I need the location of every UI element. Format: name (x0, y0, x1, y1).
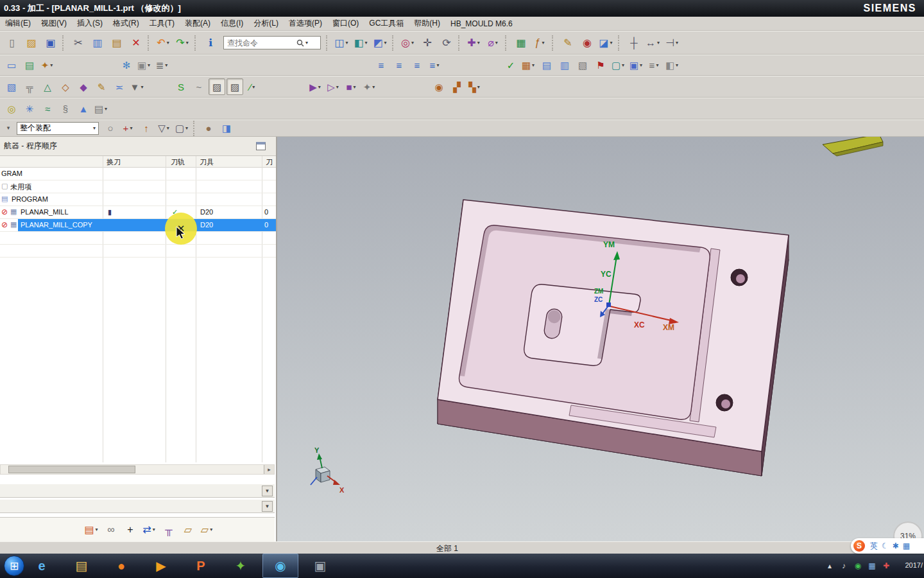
record-macro-icon[interactable]: ◉ (578, 34, 596, 52)
taskbar-firefox-icon[interactable]: ● (103, 554, 139, 578)
menu-preferences[interactable]: 首选项(P) (284, 17, 327, 30)
list-toolpath-icon[interactable]: ▤ (538, 57, 555, 74)
expand-all-icon[interactable]: + (121, 521, 139, 539)
menu-window[interactable]: 窗口(O) (327, 17, 364, 30)
workpiece-display-icon[interactable]: ▱▾ (198, 521, 216, 539)
replay-path-icon[interactable]: ▶▾ (307, 78, 324, 95)
tool-library-icon[interactable]: ≡▾ (646, 57, 663, 74)
boundary-hatch-icon[interactable]: ▨ (209, 78, 225, 95)
machine-tool-view-icon[interactable]: ≡ (391, 57, 407, 74)
tree-row-program[interactable]: ▤ PROGRAM (0, 193, 276, 206)
create-tool-icon[interactable]: ╦ (21, 78, 38, 95)
tool-column-icon[interactable]: ╥ (160, 521, 178, 539)
delete-icon[interactable]: ✕ (127, 34, 145, 52)
col-tool2[interactable]: 刀 (266, 157, 273, 167)
machine-nav-icon[interactable]: ◧▾ (664, 57, 681, 74)
highlight-sphere-icon[interactable]: ● (200, 120, 217, 137)
hole-top-right[interactable] (731, 269, 748, 286)
ime-night-mode-icon[interactable]: ☾ (882, 541, 889, 550)
taskbar-powerpoint-icon[interactable]: P (183, 554, 219, 578)
create-method-icon[interactable]: ◇ (57, 78, 74, 95)
nc-assistant-icon[interactable]: ▚▾ (466, 78, 483, 95)
paste-icon[interactable]: ▤ (108, 34, 126, 52)
menu-analysis[interactable]: 分析(L) (248, 17, 284, 30)
orient-view-icon[interactable]: ◩▾ (372, 34, 389, 52)
curve-tool-icon[interactable]: S (173, 78, 189, 95)
progress-flag-icon[interactable]: ⚑ (592, 57, 609, 74)
filter-face-icon[interactable]: ▽▾ (156, 120, 173, 137)
command-finder-icon[interactable]: ℹ (201, 34, 219, 52)
feed-rates-icon[interactable]: ≈ (39, 100, 56, 117)
menu-help[interactable]: 帮助(H) (409, 17, 445, 30)
annotate-icon[interactable]: ✎ (559, 34, 577, 52)
menu-view[interactable]: 视图(V) (36, 17, 72, 30)
taskbar-player-icon[interactable]: ▶ (143, 554, 179, 578)
mill-axis-icon[interactable]: ◉ (431, 78, 447, 95)
menu-tools[interactable]: 工具(T) (144, 17, 180, 30)
save-icon[interactable]: ▣ (42, 34, 60, 52)
tree-row-planar-mill-copy[interactable]: ⊘ ▦ PLANAR_MILL_COPY D20 0 (0, 219, 276, 232)
spreadsheet-icon[interactable]: ▦ (512, 34, 530, 52)
postprocess-icon[interactable]: ▥ (556, 57, 573, 74)
gouge-check-icon[interactable]: ■▾ (343, 78, 360, 95)
tray-av-icon[interactable]: ✚ (879, 559, 893, 573)
search-icon[interactable] (296, 39, 304, 47)
measure-distance-icon[interactable]: ⌀▾ (484, 34, 502, 52)
geometry-view-icon[interactable]: ≡ (409, 57, 425, 74)
transform-icon[interactable]: ⇄▾ (141, 521, 158, 539)
col-toolchange[interactable]: 换刀 (107, 157, 121, 167)
touch-mode-icon[interactable]: ◪▾ (597, 34, 615, 52)
selection-scope-combo[interactable]: 整个装配 ▾ (17, 122, 99, 135)
shop-doc-icon[interactable]: ▧ (574, 57, 591, 74)
taskbar-ie-icon[interactable]: e (24, 554, 60, 578)
search-input[interactable] (226, 38, 295, 48)
copy-icon[interactable]: ▥ (89, 34, 107, 52)
tree-row-unused[interactable]: ▢ 未用项 (0, 180, 276, 193)
menu-format[interactable]: 格式(R) (108, 17, 144, 30)
scrollbar-thumb[interactable] (8, 466, 135, 473)
open-icon[interactable]: ▨ (22, 34, 40, 52)
object-link-icon[interactable]: ∞ (102, 521, 120, 539)
cut-icon[interactable]: ✂ (69, 34, 87, 52)
graphics-window[interactable]: YM YC ZM ZC XC XM Y X (277, 137, 924, 541)
horizontal-scrollbar[interactable]: ▸ (0, 464, 275, 475)
display-toolpath-icon[interactable]: ▣▾ (628, 57, 645, 74)
general-selection-icon[interactable]: ○ (102, 120, 119, 137)
path-tools-icon[interactable]: ✦▾ (361, 78, 378, 95)
find-object-icon[interactable]: ▤▾ (83, 521, 101, 539)
tree-row-planar-mill[interactable]: ⊘ ▦ PLANAR_MILL ▮ ✓ D20 0 (0, 206, 276, 219)
redo-icon[interactable]: ↷▾ (174, 34, 192, 52)
search-dropdown-icon[interactable]: ▾ (305, 40, 308, 46)
rotate-view-icon[interactable]: ⟳ (438, 34, 456, 52)
tray-expand-icon[interactable]: ▴ (823, 559, 837, 573)
undo-icon[interactable]: ↶▾ (155, 34, 173, 52)
create-geometry-icon[interactable]: △ (39, 78, 56, 95)
hole-bottom-right[interactable] (716, 394, 733, 411)
taskbar-keywiz-icon[interactable]: ✦ (223, 554, 259, 578)
rectangle-select-icon[interactable]: ▢▾ (174, 120, 191, 137)
menu-insert[interactable]: 插入(S) (72, 17, 108, 30)
method-view-icon[interactable]: ≡▾ (427, 57, 443, 74)
render-style-icon[interactable]: ◧▾ (352, 34, 370, 52)
col-tool[interactable]: 刀具 (200, 157, 214, 167)
expand-details-button[interactable]: ▼ (262, 501, 273, 512)
fit-window-icon[interactable]: ▣▾ (136, 57, 153, 74)
create-operation-icon[interactable]: ◆ (75, 78, 92, 95)
new-file-icon[interactable]: ▯ (3, 34, 21, 52)
ime-lang-indicator[interactable]: 英 (870, 541, 878, 552)
machine-model-icon[interactable]: ▞ (449, 78, 465, 95)
corner-control-icon[interactable]: § (57, 100, 74, 117)
snap-point-icon[interactable]: ✚▾ (465, 34, 483, 52)
pan-view-icon[interactable]: ✛ (418, 34, 436, 52)
dialog-rail-icon[interactable]: ▭ (3, 57, 20, 74)
menu-hb-mould[interactable]: HB_MOULD M6.6 (445, 18, 518, 30)
edit-ruler-icon[interactable]: ∕▾ (244, 78, 261, 95)
stock-display-icon[interactable]: ▱ (179, 521, 197, 539)
command-search[interactable]: ▾ (223, 36, 321, 49)
solid-cube-icon[interactable]: ◨ (218, 120, 235, 137)
undock-panel-button[interactable] (256, 142, 266, 150)
verify-toolpath-icon[interactable]: ▦▾ (520, 57, 537, 74)
selection-type-icon[interactable]: ▾ (3, 120, 13, 137)
create-program-icon[interactable]: ▧ (3, 78, 20, 95)
tool-axis-icon[interactable]: ✳ (21, 100, 38, 117)
